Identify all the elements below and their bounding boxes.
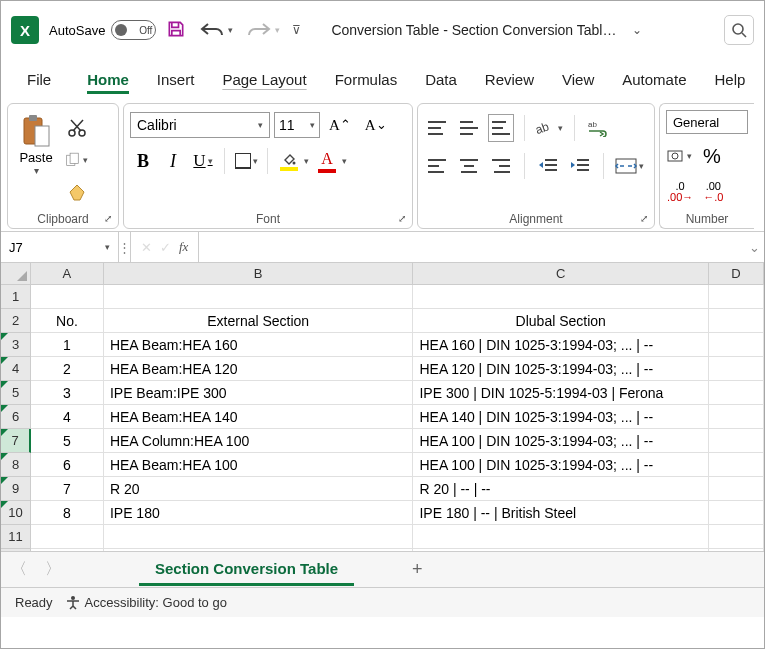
tab-page-layout[interactable]: Page Layout: [208, 63, 320, 96]
col-header-a[interactable]: A: [31, 263, 104, 285]
increase-indent-button[interactable]: [567, 152, 593, 180]
wrap-text-button[interactable]: ab: [585, 114, 611, 142]
col-header-c[interactable]: C: [413, 263, 709, 285]
tab-automate[interactable]: Automate: [608, 63, 700, 96]
tab-insert[interactable]: Insert: [143, 63, 209, 96]
copy-button[interactable]: ▾: [66, 150, 88, 170]
accessibility-icon: [65, 595, 81, 611]
group-font: Calibri▾ 11▾ A⌃ A⌄ B I U▾ ▾ ▾ A▾ Font⤢: [123, 103, 413, 229]
italic-button[interactable]: I: [160, 147, 186, 175]
bold-button[interactable]: B: [130, 147, 156, 175]
insert-function-button[interactable]: fx: [179, 239, 188, 255]
accessibility-status[interactable]: Accessibility: Good to go: [65, 595, 227, 611]
tab-review[interactable]: Review: [471, 63, 548, 96]
tab-file[interactable]: File: [5, 63, 73, 96]
autosave-control[interactable]: AutoSave Off: [49, 20, 156, 40]
accounting-format-button[interactable]: ▾: [666, 142, 693, 170]
svg-text:ab: ab: [536, 119, 551, 137]
tab-view[interactable]: View: [548, 63, 608, 96]
align-top-button[interactable]: [424, 114, 450, 142]
clipboard-dialog-icon[interactable]: ⤢: [104, 213, 112, 224]
align-left-button[interactable]: [424, 152, 450, 180]
formula-bar-expand-icon[interactable]: ⌄: [744, 232, 764, 262]
cancel-formula-button[interactable]: ✕: [141, 240, 152, 255]
tab-formulas[interactable]: Formulas: [321, 63, 412, 96]
sheet-nav-prev[interactable]: 〈: [11, 559, 27, 580]
font-name-selector[interactable]: Calibri▾: [130, 112, 270, 138]
spreadsheet-grid[interactable]: A B C D 1 2 3 4 5 6 7 8 9 10 11 12 No.Ex…: [1, 263, 764, 551]
qat-customize-button[interactable]: ⊽: [292, 23, 301, 37]
align-middle-button[interactable]: [456, 114, 482, 142]
cut-button[interactable]: [64, 114, 90, 142]
col-header-b[interactable]: B: [104, 263, 414, 285]
merge-center-button[interactable]: ▾: [614, 152, 645, 180]
enter-formula-button[interactable]: ✓: [160, 240, 171, 255]
row-headers[interactable]: 1 2 3 4 5 6 7 8 9 10 11 12: [1, 285, 31, 551]
font-dialog-icon[interactable]: ⤢: [398, 213, 406, 224]
svg-rect-4: [35, 126, 49, 146]
column-headers[interactable]: A B C D: [31, 263, 764, 285]
status-ready: Ready: [15, 595, 53, 610]
svg-point-0: [733, 24, 743, 34]
autosave-toggle[interactable]: Off: [111, 20, 156, 40]
svg-rect-20: [616, 159, 636, 173]
increase-font-size-button[interactable]: A⌃: [324, 111, 356, 139]
select-all-cell[interactable]: [1, 263, 31, 285]
sheet-tab-active[interactable]: Section Conversion Table: [139, 554, 354, 586]
chevron-down-icon: ▾: [34, 165, 39, 176]
number-format-selector[interactable]: General: [666, 110, 748, 134]
svg-rect-10: [70, 153, 78, 163]
status-bar: Ready Accessibility: Good to go: [1, 587, 764, 617]
excel-app-icon: X: [11, 16, 39, 44]
orientation-button[interactable]: ab▾: [535, 114, 564, 142]
underline-button[interactable]: U▾: [190, 147, 216, 175]
save-button[interactable]: [166, 19, 186, 42]
document-title: Conversion Table - Section Conversion Ta…: [331, 22, 616, 38]
svg-point-11: [293, 161, 296, 164]
fill-color-button[interactable]: ▾: [276, 147, 302, 175]
paste-button[interactable]: Paste ▾: [14, 108, 58, 176]
title-dropdown[interactable]: ⌄: [632, 23, 642, 37]
sheet-tab-bar: 〈 〉 Section Conversion Table +: [1, 551, 764, 587]
tab-data[interactable]: Data: [411, 63, 471, 96]
quick-access-toolbar: ▾ ▾ ⊽: [166, 19, 301, 42]
format-painter-button[interactable]: [64, 178, 90, 206]
svg-line-1: [742, 33, 746, 37]
ribbon: Paste ▾ ▾ Clipboard⤢ Calibri▾ 11▾ A⌃ A⌄ …: [1, 99, 764, 229]
align-right-button[interactable]: [488, 152, 514, 180]
percent-format-button[interactable]: %: [699, 142, 725, 170]
cells-area[interactable]: No.External SectionDlubal Section 1HEA B…: [31, 285, 764, 551]
group-alignment: ab▾ ab ▾ Alignment⤢: [417, 103, 655, 229]
font-color-button[interactable]: A▾: [314, 147, 340, 175]
increase-decimal-button[interactable]: .0.00→: [666, 178, 694, 206]
borders-button[interactable]: ▾: [233, 147, 259, 175]
group-clipboard: Paste ▾ ▾ Clipboard⤢: [7, 103, 119, 229]
align-center-button[interactable]: [456, 152, 482, 180]
decrease-decimal-button[interactable]: .00←.0: [700, 178, 726, 206]
svg-text:ab: ab: [588, 120, 597, 129]
font-size-selector[interactable]: 11▾: [274, 112, 320, 138]
redo-button[interactable]: ▾: [245, 21, 280, 39]
ribbon-tabs: File Home Insert Page Layout Formulas Da…: [1, 59, 764, 99]
add-sheet-button[interactable]: +: [412, 559, 423, 580]
undo-button[interactable]: ▾: [198, 21, 233, 39]
sheet-nav-next[interactable]: 〉: [45, 559, 61, 580]
formula-input[interactable]: [199, 232, 744, 262]
autosave-label: AutoSave: [49, 23, 105, 38]
alignment-dialog-icon[interactable]: ⤢: [640, 213, 648, 224]
group-number: General ▾ % .0.00→ .00←.0 Number: [659, 103, 754, 229]
svg-point-22: [672, 153, 678, 159]
svg-point-23: [71, 596, 75, 600]
svg-rect-3: [29, 115, 37, 121]
decrease-font-size-button[interactable]: A⌄: [360, 111, 392, 139]
formula-bar: J7▾ ⋮ ✕ ✓ fx ⌄: [1, 231, 764, 263]
title-bar: X AutoSave Off ▾ ▾ ⊽ Conversion Table - …: [1, 1, 764, 59]
decrease-indent-button[interactable]: [535, 152, 561, 180]
search-button[interactable]: [724, 15, 754, 45]
tab-help[interactable]: Help: [700, 63, 759, 96]
col-header-d[interactable]: D: [709, 263, 764, 285]
tab-home[interactable]: Home: [73, 63, 143, 96]
align-bottom-button[interactable]: [488, 114, 514, 142]
namebox-expand[interactable]: ⋮: [119, 232, 131, 262]
name-box[interactable]: J7▾: [1, 232, 119, 262]
